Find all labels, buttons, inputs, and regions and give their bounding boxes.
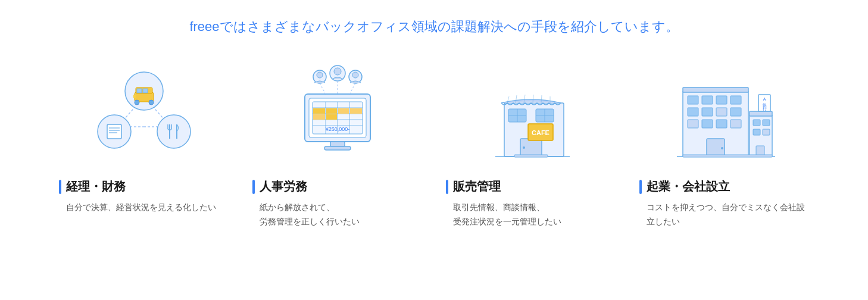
svg-rect-80 <box>702 120 713 128</box>
category-label-sales: 販売管理 <box>453 179 501 195</box>
illustration-accounting <box>59 60 229 167</box>
illustration-startup: A 銀 行 <box>639 60 809 167</box>
svg-rect-11 <box>133 95 136 98</box>
svg-rect-76 <box>702 108 713 116</box>
svg-rect-71 <box>688 96 698 104</box>
category-label-hr: 人事労務 <box>260 179 307 195</box>
svg-line-47 <box>320 83 326 94</box>
description-startup: コストを抑えつつ、自分でミスなく会社設立したい <box>639 201 809 229</box>
card-startup: A 銀 行 起業・会社設立 コストを抑えつつ、自分でミスなく会社設立したい <box>633 60 815 229</box>
svg-rect-89 <box>753 129 760 135</box>
illustration-hr: ¥250,000- <box>252 60 422 167</box>
category-hr: 人事労務 <box>252 179 307 195</box>
svg-rect-8 <box>143 89 148 93</box>
category-sales: 販売管理 <box>446 179 501 195</box>
card-accounting: 経理・財務 自分で決算、経営状況を見える化したい <box>53 60 235 229</box>
svg-rect-87 <box>753 120 760 126</box>
svg-rect-78 <box>730 108 741 116</box>
category-bar-hr <box>252 180 255 194</box>
svg-rect-77 <box>716 108 727 116</box>
svg-rect-68 <box>514 155 548 157</box>
svg-rect-39 <box>326 114 337 120</box>
svg-rect-73 <box>716 96 727 104</box>
category-bar <box>59 180 61 194</box>
svg-point-17 <box>157 115 191 148</box>
svg-rect-24 <box>330 142 345 146</box>
svg-point-64 <box>523 146 525 149</box>
svg-point-84 <box>721 147 723 149</box>
svg-rect-25 <box>324 146 351 150</box>
description-sales: 取引先情報、商談情報、 受発注状況を一元管理したい <box>446 201 561 229</box>
description-accounting: 自分で決算、経営状況を見える化したい <box>59 201 216 215</box>
svg-point-44 <box>334 68 341 75</box>
svg-rect-13 <box>107 124 121 139</box>
category-startup: 起業・会社設立 <box>639 179 730 195</box>
svg-rect-70 <box>683 88 748 92</box>
svg-rect-34 <box>313 108 325 114</box>
description-hr: 紙から解放されて、 労務管理を正しく行いたい <box>252 201 360 229</box>
svg-rect-36 <box>338 108 349 114</box>
category-bar-sales <box>446 180 448 194</box>
svg-rect-35 <box>326 108 337 114</box>
svg-point-9 <box>135 100 139 105</box>
svg-text:A: A <box>763 97 766 101</box>
svg-text:¥250,000-: ¥250,000- <box>324 126 349 132</box>
svg-rect-74 <box>730 96 741 104</box>
illustration-sales: CAFE <box>446 60 616 167</box>
svg-rect-7 <box>137 89 142 93</box>
svg-rect-72 <box>702 96 713 104</box>
svg-point-46 <box>352 72 358 78</box>
category-label-accounting: 経理・財務 <box>66 179 126 195</box>
cards-row: 経理・財務 自分で決算、経営状況を見える化したい <box>53 60 815 229</box>
svg-rect-88 <box>763 120 770 126</box>
svg-rect-90 <box>763 129 770 135</box>
svg-text:CAFE: CAFE <box>532 129 549 136</box>
category-bar-startup <box>639 180 642 194</box>
svg-rect-75 <box>688 108 698 116</box>
svg-rect-82 <box>730 120 741 128</box>
svg-rect-97 <box>683 155 772 157</box>
svg-rect-81 <box>716 120 727 128</box>
card-sales: CAFE 販売管理 取引先情報、商談情報、 受発注状況を一元管理したい <box>440 60 622 229</box>
svg-point-10 <box>149 100 154 105</box>
category-label-startup: 起業・会社設立 <box>647 179 730 195</box>
svg-rect-38 <box>313 114 325 120</box>
svg-line-49 <box>349 83 355 94</box>
svg-rect-86 <box>750 111 772 116</box>
svg-text:行: 行 <box>762 107 766 111</box>
svg-rect-37 <box>350 108 362 114</box>
page-title: freeeではさまざまなバックオフィス領域の課題解決への手段を紹介しています。 <box>189 18 678 36</box>
svg-point-42 <box>317 72 323 78</box>
card-hr: ¥250,000- <box>246 60 428 229</box>
category-accounting: 経理・財務 <box>59 179 126 195</box>
svg-rect-79 <box>688 120 698 128</box>
